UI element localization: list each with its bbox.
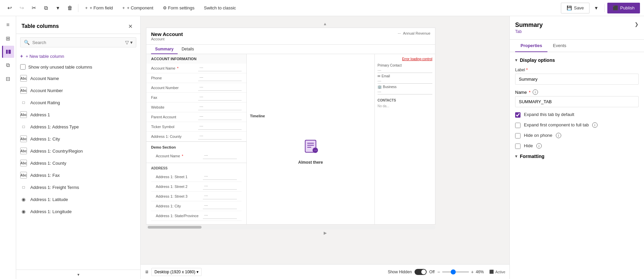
text-field-icon-6: Abc — [20, 160, 27, 166]
canvas-scroll[interactable]: ▲ New Account Account ··· Annual Revenue — [141, 16, 509, 264]
error-link-container: Error loading control — [378, 57, 432, 61]
label-input[interactable] — [515, 74, 639, 85]
display-options-section-header[interactable]: ▾ Display options — [515, 57, 639, 63]
copy-button[interactable]: ⧉ — [40, 3, 51, 13]
nav-grid-button[interactable]: ⊞ — [2, 32, 14, 44]
zoom-out-button[interactable]: − — [437, 269, 440, 275]
business-icon: 🏢 — [378, 85, 382, 89]
item-label: Address 1: Address Type — [30, 124, 79, 129]
field-label: Fax — [151, 95, 198, 99]
events-tab[interactable]: Events — [547, 40, 572, 52]
expand-first-info-icon[interactable]: i — [592, 122, 598, 128]
sidebar: Table columns ✕ 🔍 ▽ ▾ + + New table colu… — [16, 16, 141, 279]
show-unused-checkbox[interactable] — [20, 64, 26, 70]
demo-section-header: Demo Section — [151, 145, 242, 149]
sidebar-item-account-rating[interactable]: □ Account Rating — [16, 96, 140, 109]
field-fax: Fax --- — [146, 93, 246, 103]
zoom-slider[interactable] — [442, 271, 469, 273]
nav-layers-button[interactable]: ⧉ — [2, 59, 14, 71]
hide-phone-checkbox[interactable] — [515, 133, 521, 138]
choice-field-icon-2: □ — [20, 123, 27, 130]
field-value: --- — [203, 203, 237, 209]
sidebar-item-account-name[interactable]: Abc Account Name — [16, 72, 140, 84]
search-bar-icons: ▽ ▾ — [125, 40, 133, 45]
tab-details[interactable]: Details — [178, 45, 198, 54]
name-input[interactable] — [515, 96, 639, 107]
svg-rect-0 — [6, 50, 8, 54]
sidebar-item-address1-country[interactable]: Abc Address 1: Country/Region — [16, 145, 140, 157]
sidebar-item-address1-long[interactable]: ◉ Address 1: Longitude — [16, 205, 140, 217]
hide-info-icon[interactable]: i — [536, 143, 542, 149]
right-panel-body: ▾ Display options Label * Name * i — [510, 52, 644, 279]
sidebar-item-address1-lat[interactable]: ◉ Address 1: Latitude — [16, 193, 140, 205]
field-label: Address 1: City — [156, 204, 203, 208]
filter-button[interactable]: ▽ — [125, 40, 129, 45]
tab-summary[interactable]: Summary — [151, 45, 178, 54]
sidebar-item-address1-city[interactable]: Abc Address 1: City — [16, 133, 140, 145]
publish-button[interactable]: ⬛ Publish — [607, 3, 640, 13]
form-main-section: ACCOUNT INFORMATION Account Name * --- P… — [146, 54, 247, 224]
field-value: --- — [198, 133, 242, 140]
formatting-section-header[interactable]: ▾ Formatting — [515, 154, 639, 159]
switch-classic-button[interactable]: Switch to classic — [200, 3, 240, 13]
form-field-button[interactable]: + + Form field — [81, 3, 117, 13]
sidebar-item-address1-county[interactable]: Abc Address 1: County — [16, 157, 140, 169]
sidebar-item-address1[interactable]: Abc Address 1 — [16, 109, 140, 121]
viewport-chevron: ▾ — [196, 270, 199, 274]
cut-button[interactable]: ✂ — [28, 3, 39, 13]
sidebar-scroll-down[interactable]: ▾ — [16, 270, 140, 279]
business-label: Business — [383, 85, 397, 89]
show-hidden-switch[interactable] — [415, 269, 427, 275]
right-panel-expand-button[interactable]: ❯ — [635, 22, 639, 27]
form-tabs: Summary Details — [146, 45, 435, 54]
item-label: Address 1: Longitude — [30, 209, 72, 214]
sidebar-item-address1-type[interactable]: □ Address 1: Address Type — [16, 121, 140, 133]
viewport-label: Desktop (1920 x 1080) — [154, 270, 195, 274]
error-loading-link[interactable]: Error loading control — [402, 57, 432, 61]
show-unused-row[interactable]: Show only unused table columns — [16, 62, 140, 72]
sidebar-item-address1-fax[interactable]: Abc Address 1: Fax — [16, 169, 140, 181]
name-info-icon[interactable]: i — [533, 89, 538, 95]
expand-first-checkbox-row: Expand first component to full tab i — [515, 122, 639, 128]
new-table-column-button[interactable]: + + New table column — [16, 51, 140, 62]
field-label: Parent Account — [151, 115, 198, 119]
form-settings-label: ⚙ Form settings — [163, 5, 194, 10]
plus-icon: + — [85, 5, 88, 10]
sidebar-close-button[interactable]: ✕ — [126, 22, 135, 31]
show-hidden-toggle: Show Hidden Off — [388, 269, 434, 275]
form-body: ACCOUNT INFORMATION Account Name * --- P… — [146, 54, 435, 224]
search-input[interactable] — [32, 40, 122, 45]
item-label: Address 1 — [30, 112, 50, 117]
right-panel-title: Summary — [515, 22, 543, 29]
viewport-selector[interactable]: Desktop (1920 x 1080) ▾ — [151, 268, 202, 276]
form-settings-button[interactable]: ⚙ Form settings — [159, 3, 199, 13]
sort-button[interactable]: ▾ — [130, 40, 133, 45]
address-street1: Address 1: Street 1 --- — [151, 172, 242, 182]
nav-columns-button[interactable] — [2, 46, 14, 58]
hide-checkbox[interactable] — [515, 144, 521, 149]
save-button[interactable]: 💾 Save — [561, 3, 590, 13]
save-dropdown-button[interactable]: ▾ — [591, 3, 602, 13]
undo-button[interactable]: ↩ — [4, 3, 15, 13]
divider-2 — [604, 4, 605, 12]
horizontal-scrollbar[interactable] — [146, 225, 435, 229]
nav-menu-button[interactable]: ≡ — [2, 19, 14, 31]
expand-first-checkbox[interactable] — [515, 123, 521, 128]
sidebar-item-address1-freight[interactable]: □ Address 1: Freight Terms — [16, 181, 140, 193]
expand-tab-checkbox[interactable] — [515, 112, 521, 118]
scrollbar-thumb[interactable] — [148, 226, 202, 229]
component-button[interactable]: + + Component — [118, 3, 157, 13]
redo-button[interactable]: ↪ — [16, 3, 27, 13]
delete-button[interactable]: 🗑 — [65, 3, 75, 13]
nav-table-button[interactable]: ⊟ — [2, 73, 14, 85]
properties-tab[interactable]: Properties — [515, 40, 547, 52]
sidebar-item-account-number[interactable]: Abc Account Number — [16, 84, 140, 96]
item-label: Account Number — [30, 88, 63, 93]
choice-field-icon: □ — [20, 99, 27, 106]
form-field-label: + Form field — [90, 5, 113, 10]
hide-phone-info-icon[interactable]: i — [556, 133, 561, 138]
svg-rect-3 — [307, 143, 314, 144]
zoom-in-button[interactable]: + — [471, 269, 474, 275]
formatting-collapse-icon: ▾ — [515, 154, 517, 159]
paste-dropdown-button[interactable]: ▾ — [52, 3, 63, 13]
